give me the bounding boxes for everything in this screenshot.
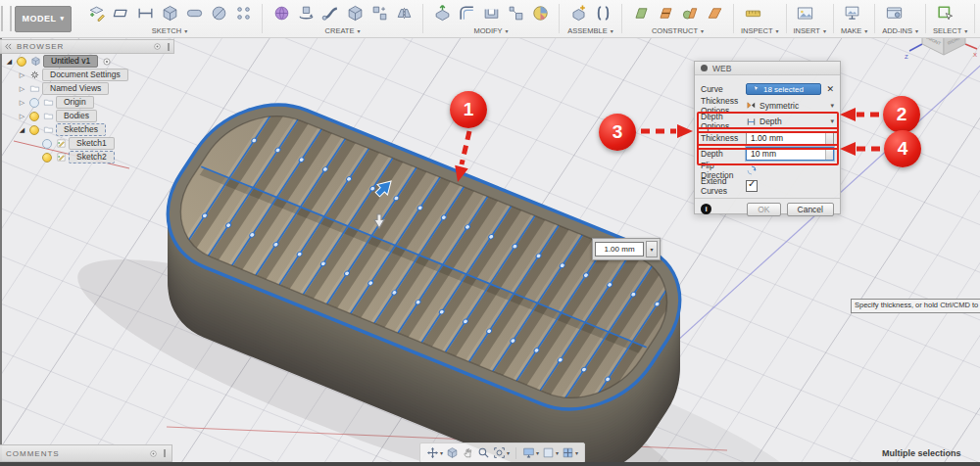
comments-grip[interactable] xyxy=(164,449,166,457)
expand-arrow-icon[interactable]: ▷ xyxy=(17,71,27,79)
tree-item-label[interactable]: Sketch1 xyxy=(69,137,115,150)
viewports-button[interactable]: ▾ xyxy=(562,446,578,459)
plane-angle-button[interactable] xyxy=(703,2,726,25)
collapse-panel-icon[interactable] xyxy=(4,42,13,51)
point-pattern-button[interactable] xyxy=(231,2,255,25)
panel-grip[interactable] xyxy=(168,43,170,51)
toolbar-group-label[interactable]: SELECT xyxy=(933,26,967,35)
tree-item-label[interactable]: Sketch2 xyxy=(69,151,115,163)
fit-button[interactable]: ▾ xyxy=(493,446,510,459)
create-sketch-button[interactable] xyxy=(84,2,108,25)
workspace-selector[interactable]: MODEL xyxy=(15,6,72,32)
toolbar-group-label[interactable]: SKETCH xyxy=(84,26,255,35)
visibility-bulb-icon[interactable] xyxy=(42,153,52,163)
toolbar-grip[interactable] xyxy=(1,6,12,31)
info-icon[interactable]: i xyxy=(701,204,711,214)
toolbar-group-label[interactable]: ADD-INS xyxy=(882,26,918,35)
grid-snaps-button[interactable]: ▾ xyxy=(542,446,559,459)
fillet-button[interactable] xyxy=(455,2,478,25)
tree-item-label[interactable]: Untitled v1 xyxy=(43,55,98,68)
panel-options-icon[interactable] xyxy=(153,42,162,51)
toolbar-group-label[interactable]: MAKE xyxy=(841,26,867,35)
look-at-button[interactable] xyxy=(446,446,459,459)
tree-item-label[interactable]: Document Settings xyxy=(42,69,128,81)
pan-button[interactable]: ▾ xyxy=(426,446,443,459)
shell-button[interactable] xyxy=(479,2,503,25)
comments-options-icon[interactable] xyxy=(149,449,158,458)
pattern-button[interactable] xyxy=(368,2,391,25)
toolbar-group-icons xyxy=(933,2,967,25)
toolbar-group-label[interactable]: INSPECT xyxy=(741,26,779,35)
box-button[interactable] xyxy=(343,2,367,25)
dialog-titlebar[interactable]: WEB xyxy=(695,62,840,75)
line-button[interactable] xyxy=(133,2,157,25)
dimension-input[interactable]: 1.00 mm xyxy=(595,242,644,256)
display-settings-button[interactable]: ▾ xyxy=(522,446,539,459)
tree-item-label[interactable]: Named Views xyxy=(42,82,109,95)
toolbar-group-icons xyxy=(270,2,416,25)
tree-item-label[interactable]: Bodies xyxy=(56,110,97,122)
tree-item-label[interactable]: Sketches xyxy=(56,123,106,136)
attached-canvas-button[interactable] xyxy=(794,2,817,25)
browser-header[interactable]: BROWSER xyxy=(0,39,174,54)
joint-button[interactable] xyxy=(591,2,614,25)
visibility-bulb-icon[interactable] xyxy=(42,139,52,149)
revolve-button[interactable] xyxy=(294,2,318,25)
make-button[interactable] xyxy=(841,2,864,25)
appearance-button[interactable] xyxy=(528,2,552,25)
midplane-button[interactable] xyxy=(654,2,677,25)
press-pull-button[interactable] xyxy=(430,2,454,25)
measure-button[interactable] xyxy=(741,2,764,25)
toolbar-group-label[interactable]: ASSEMBLE xyxy=(566,26,614,35)
joint-icon xyxy=(594,4,612,23)
tree-item-label[interactable]: Origin xyxy=(56,96,94,109)
thickness-options-dropdown[interactable]: Symmetric xyxy=(746,99,834,112)
thickness-input[interactable]: 1.00 mm xyxy=(746,131,834,145)
visibility-bulb-icon[interactable] xyxy=(29,112,39,121)
rectangle-button[interactable] xyxy=(109,2,132,25)
ok-button[interactable]: OK xyxy=(747,203,780,216)
depth-spinner[interactable] xyxy=(825,148,833,160)
comments-panel[interactable]: COMMENTS xyxy=(0,444,172,462)
display-settings-icon xyxy=(522,446,535,459)
collapse-arrow-icon[interactable]: ◢ xyxy=(4,58,15,66)
visibility-bulb-icon[interactable] xyxy=(17,57,26,67)
expand-arrow-icon[interactable]: ▷ xyxy=(17,99,27,107)
make-icon xyxy=(843,4,861,23)
expand-arrow-icon[interactable]: ▷ xyxy=(17,113,27,120)
extend-curves-checkbox[interactable] xyxy=(746,180,758,192)
scale-button[interactable] xyxy=(504,2,527,25)
flip-direction-icon[interactable] xyxy=(746,164,758,176)
depth-options-dropdown[interactable]: Depth xyxy=(746,116,834,128)
depth-label: Depth xyxy=(701,149,746,159)
toolbar-group-label[interactable]: CREATE xyxy=(270,26,416,35)
toolbar-group-label[interactable]: MODIFY xyxy=(430,26,552,35)
visibility-bulb-icon[interactable] xyxy=(29,98,39,108)
scripts-addins-button[interactable] xyxy=(882,2,906,25)
grab-button[interactable] xyxy=(462,446,474,459)
select-button[interactable] xyxy=(933,2,956,25)
sweep-button[interactable] xyxy=(318,2,342,25)
thickness-spinner[interactable] xyxy=(825,132,833,144)
slot-button[interactable] xyxy=(182,2,206,25)
toolbar-group-label[interactable]: CONSTRUCT xyxy=(629,26,726,35)
cancel-button[interactable]: Cancel xyxy=(787,203,834,216)
visibility-bulb-icon[interactable] xyxy=(29,125,39,135)
form-button[interactable] xyxy=(270,2,293,25)
plane-offset-button[interactable] xyxy=(629,2,653,25)
slot-icon xyxy=(185,4,204,23)
activate-component-icon[interactable] xyxy=(102,57,112,67)
expand-arrow-icon[interactable]: ▷ xyxy=(17,85,27,93)
clear-selection-icon[interactable]: ✕ xyxy=(826,84,834,94)
collapse-arrow-icon[interactable]: ◢ xyxy=(17,126,27,134)
dimension-dropdown[interactable]: ▾ xyxy=(646,241,658,257)
zoom-button[interactable] xyxy=(477,446,490,459)
toolbar-group-label[interactable]: INSERT xyxy=(794,26,826,35)
circle-button[interactable] xyxy=(207,2,230,25)
polygon-box-button[interactable] xyxy=(158,2,181,25)
mirror-button[interactable] xyxy=(392,2,416,25)
depth-input[interactable]: 10 mm xyxy=(746,147,834,161)
curve-selection-button[interactable]: 18 selected xyxy=(746,83,821,95)
new-component-button[interactable] xyxy=(566,2,590,25)
plane-tangent-button[interactable] xyxy=(678,2,702,25)
